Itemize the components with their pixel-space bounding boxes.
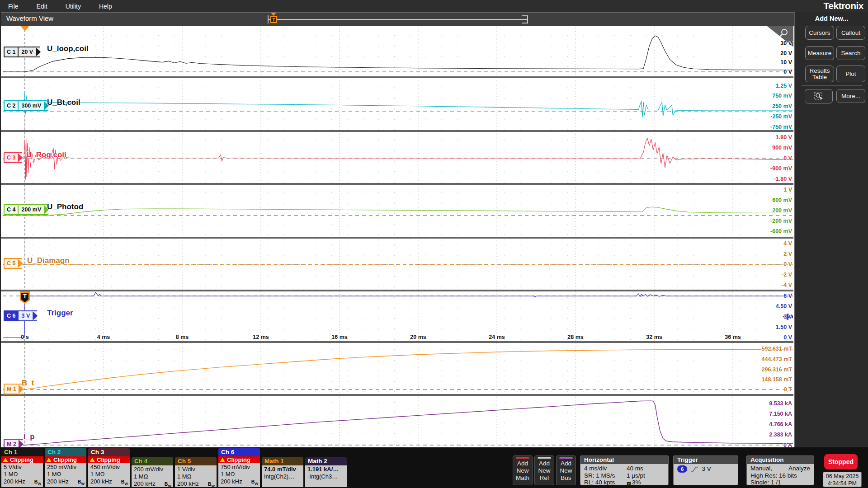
add-new-heading: Add New... [795,15,868,22]
channel-badge-c1[interactable]: C 120 V [4,47,40,57]
trigger-panel[interactable]: Trigger 6 3 V [673,455,738,485]
add-new-math-button[interactable]: Add New Math [513,455,533,485]
trace-m1[interactable] [3,350,793,389]
trigger-title: Trigger [674,456,738,464]
menu-file[interactable]: File [8,3,19,10]
sidebar-button-measure[interactable]: Measure [805,46,834,60]
record-view-right-tick-bottom [522,23,527,23]
badge-row-value: 1 MΩ [4,471,18,478]
axis-label-c2: 250 mV [772,103,792,110]
channel-label-c1[interactable]: U_loop,coil [47,44,89,53]
acquisition-panel[interactable]: Acquisition Manual, Analyze High Res: 16… [746,455,814,485]
badge-ch1[interactable]: Ch 1Clipping5 V/div1 MΩ200 kHzBW [1,448,43,487]
menu-items: FileEditUtilityHelp [8,3,112,10]
trace-c3[interactable] [3,138,793,179]
warning-icon [46,458,52,462]
record-view-trigger-icon[interactable]: T [270,16,277,23]
badge-row-value: 200 kHz [4,478,25,485]
axis-label-c6: 0 V [783,334,792,341]
trace-c6[interactable] [3,292,793,338]
badge-row-value: 750 mV/div [221,464,250,471]
axis-label-c1: 0 V [783,68,792,75]
channel-label-c3[interactable]: U_Rog,coil [26,150,66,160]
badge-ch2[interactable]: Ch 2Clipping250 mV/div1 MΩ200 kHzBW [45,448,86,487]
channel-badge-c5[interactable]: C 5 [4,258,22,269]
plot-area[interactable]: T C 120 VU_loop,coil30 V20 V10 V0 VC 230… [1,26,794,447]
axis-label-c6: 3 V [783,313,792,320]
menu-utility[interactable]: Utility [66,3,81,10]
badge-ch5[interactable]: Ch 51 V/div1 MΩ200 kHzBW [175,457,217,487]
axis-label-m1: 148.158 mT [762,376,792,383]
horizontal-value: RL: 40 kpts [584,479,627,485]
channel-label-c6[interactable]: Trigger [47,309,73,318]
badge-rows: 1 V/div1 MΩ200 kHzBW [175,465,217,487]
trace-c4[interactable] [3,207,793,216]
channel-badge-m1[interactable]: M 1 [4,384,23,394]
time-tick-label: 36 ms [725,334,741,340]
bandwidth-limit-icon: BW [34,478,41,487]
band-separator [1,76,793,78]
badge-title: Ch 4 [132,457,173,465]
channel-label-c5[interactable]: U_Diamagn [27,256,70,265]
badge-ch3[interactable]: Ch 3Clipping450 mV/div1 MΩ200 kHzBW [88,448,130,487]
channel-label-m2[interactable]: I_p [24,432,35,441]
button-label: Add New Ref [535,460,554,482]
axis-label-m2: 4.766 kA [769,421,792,428]
trace-c1[interactable] [3,36,793,72]
trigger-position-marker[interactable] [21,26,29,31]
menu-help[interactable]: Help [99,3,112,10]
band-separator [1,341,793,343]
clipping-indicator: Clipping [88,456,130,463]
sidebar-button-results-table[interactable]: Results Table [805,66,834,82]
sidebar-button-search[interactable]: Search [836,46,865,60]
badge-title: Ch 3 [88,448,130,456]
add-new-ref-button[interactable]: Add New Ref [534,455,554,485]
sidebar: Add New... CursorsCalloutMeasureSearchRe… [794,12,868,447]
badge-title: Ch 6 [218,448,260,456]
axis-label-m1: 0 T [784,386,792,393]
axis-label-m2: 7.150 kA [769,410,792,418]
date: 06 May 2025 [823,473,861,480]
channel-badge-c3[interactable]: C 3 [4,152,22,163]
clipping-indicator: Clipping [218,456,260,463]
trace-c2[interactable] [3,92,793,117]
trace-m2[interactable] [3,401,793,445]
badge-id: C 2 [5,101,18,110]
add-new-bus-button[interactable]: Add New Bus [556,455,576,485]
band-separator [1,394,793,396]
channel-badge-c6[interactable]: C 63 V [4,310,37,321]
button-label: Add New Math [513,460,532,482]
menubar: FileEditUtilityHelp [0,0,868,12]
badge-math1[interactable]: Math 174.0 mT/divIntg(Ch2)… [262,457,303,487]
sidebar-button-cursors[interactable]: Cursors [805,26,834,40]
channel-badge-c4[interactable]: C 4200 mV [4,204,48,215]
badge-ch6[interactable]: Ch 6Clipping750 mV/div1 MΩ200 kHzBW [218,448,260,487]
menu-edit[interactable]: Edit [37,3,47,10]
more-button[interactable]: More... [836,89,865,103]
badge-id: M 1 [5,385,19,394]
datetime-display: 06 May 2025 4:34:54 PM [823,472,862,487]
record-view-line[interactable] [271,19,527,20]
badge-row-value: Intg(Ch2)… [264,473,294,480]
channel-badge-c2[interactable]: C 2300 mV [4,100,48,111]
channel-label-m1[interactable]: B_t [22,379,34,388]
zoom-select-button[interactable] [805,89,833,103]
channel-label-c2[interactable]: U_Bt,coil [47,98,80,107]
run-stop-button[interactable]: Stopped [824,454,858,469]
time-tick-label: 12 ms [253,334,269,340]
time-tick-label: 4 ms [97,334,110,340]
badge-rows: 450 mV/div1 MΩ200 kHzBW [88,463,130,487]
channel-label-c4[interactable]: U_Photod [47,202,83,211]
axis-label-c2: -250 mV [770,113,792,120]
horizontal-panel[interactable]: Horizontal 4 ms/div40 msSR: 1 MS/s1 µs/p… [580,455,669,485]
badge-math2[interactable]: Math 21.191 kA/…-Intg(Ch3… [305,457,347,487]
sidebar-button-plot[interactable]: Plot [836,66,865,82]
badge-row-value: 1 MΩ [221,471,235,478]
badge-ch4[interactable]: Ch 4200 mV/div1 MΩ200 kHzBW [132,457,173,487]
sidebar-button-callout[interactable]: Callout [836,26,865,40]
badge-id: C 4 [5,205,18,214]
badge-rows: 5 V/div1 MΩ200 kHzBW [1,463,43,487]
clipping-indicator: Clipping [1,456,43,463]
horizontal-value: 40 ms [627,465,665,472]
horizontal-value: 4 ms/div [584,465,627,472]
